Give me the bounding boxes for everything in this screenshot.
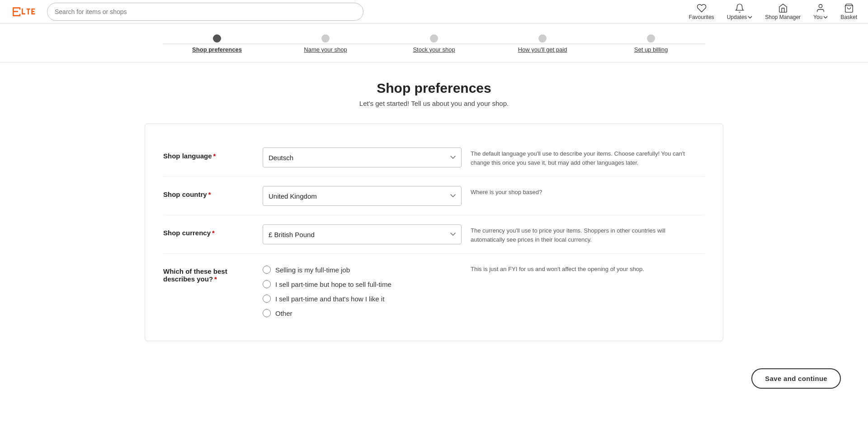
seller-type-option-2[interactable]: I sell part-time but hope to sell full-t…	[263, 280, 462, 288]
nav-shop-manager-label: Shop Manager	[765, 14, 801, 20]
nav-updates[interactable]: Updates	[727, 3, 753, 20]
language-control-col: Deutsch English Français Español Italian…	[263, 148, 462, 167]
nav-you-label: You	[813, 14, 822, 20]
step-circle-2	[321, 34, 330, 43]
seller-type-control-col: Selling is my full-time job I sell part-…	[263, 263, 462, 317]
step-circle-5	[647, 34, 655, 43]
language-select[interactable]: Deutsch English Français Español Italian…	[263, 148, 462, 167]
nav-shop-manager[interactable]: Shop Manager	[765, 3, 801, 20]
nav-right: Favourites Updates Shop Manager You	[689, 3, 857, 20]
search-bar	[47, 3, 363, 21]
nav-favourites-label: Favourites	[689, 14, 714, 20]
page-subtitle: Let's get started! Tell us about you and…	[145, 100, 723, 107]
step-shop-preferences[interactable]: Shop preferences	[163, 34, 271, 53]
step-stock-your-shop[interactable]: Stock your shop	[380, 34, 488, 53]
step-track: Shop preferences Name your shop Stock yo…	[163, 34, 705, 53]
country-label: Shop country*	[163, 190, 211, 198]
seller-type-radio-4[interactable]	[263, 309, 271, 317]
seller-type-option-1[interactable]: Selling is my full-time job	[263, 266, 462, 274]
language-label: Shop language*	[163, 152, 216, 160]
seller-type-radio-group: Selling is my full-time job I sell part-…	[263, 263, 462, 317]
seller-type-option-4[interactable]: Other	[263, 309, 462, 317]
form-row-seller-type: Which of these best describes you?* Sell…	[163, 254, 705, 326]
currency-required: *	[212, 229, 215, 237]
save-continue-button[interactable]: Save and continue	[751, 368, 841, 389]
seller-type-radio-1[interactable]	[263, 266, 271, 274]
step-progress: Shop preferences Name your shop Stock yo…	[0, 24, 868, 62]
top-nav: Favourites Updates Shop Manager You	[0, 0, 868, 24]
etsy-logo[interactable]	[11, 4, 38, 20]
currency-select[interactable]: £ British Pound $ US Dollar € Euro $ Aus…	[263, 224, 462, 244]
step-name-your-shop[interactable]: Name your shop	[271, 34, 380, 53]
step-label-1[interactable]: Shop preferences	[192, 46, 242, 53]
page-title: Shop preferences	[145, 81, 723, 96]
step-circle-3	[430, 34, 438, 43]
country-help: Where is your shop based?	[471, 186, 697, 197]
seller-type-help: This is just an FYI for us and won't aff…	[471, 263, 697, 274]
language-help: The default language you'll use to descr…	[471, 148, 697, 167]
step-circle-1	[213, 34, 221, 43]
seller-type-option-3-label: I sell part-time and that's how I like i…	[275, 295, 384, 303]
step-label-4[interactable]: How you'll get paid	[518, 46, 567, 53]
country-control-col: United Kingdom United States Germany Fra…	[263, 186, 462, 206]
nav-basket-label: Basket	[840, 14, 857, 20]
step-label-5[interactable]: Set up billing	[634, 46, 668, 53]
form-row-language: Shop language* Deutsch English Français …	[163, 138, 705, 177]
form-row-currency: Shop currency* £ British Pound $ US Doll…	[163, 215, 705, 254]
nav-you[interactable]: You	[813, 3, 828, 20]
country-label-col: Shop country*	[163, 186, 254, 198]
currency-label-col: Shop currency*	[163, 224, 254, 237]
nav-basket[interactable]: Basket	[840, 3, 857, 20]
step-label-2[interactable]: Name your shop	[304, 46, 347, 53]
language-required: *	[213, 152, 216, 160]
save-bar: Save and continue	[0, 359, 868, 398]
seller-type-option-2-label: I sell part-time but hope to sell full-t…	[275, 281, 392, 288]
seller-type-option-1-label: Selling is my full-time job	[275, 266, 350, 274]
country-select[interactable]: United Kingdom United States Germany Fra…	[263, 186, 462, 206]
currency-label: Shop currency*	[163, 229, 215, 237]
svg-point-2	[819, 4, 822, 7]
step-set-up-billing[interactable]: Set up billing	[597, 34, 705, 53]
country-required: *	[208, 190, 211, 198]
nav-updates-label: Updates	[727, 14, 747, 20]
step-how-youll-get-paid[interactable]: How you'll get paid	[488, 34, 597, 53]
seller-type-required: *	[214, 275, 217, 283]
step-label-3[interactable]: Stock your shop	[413, 46, 455, 53]
main-content: Shop preferences Let's get started! Tell…	[118, 62, 750, 359]
currency-help: The currency you'll use to price your it…	[471, 224, 697, 244]
seller-type-label-col: Which of these best describes you?*	[163, 263, 254, 283]
form-card: Shop language* Deutsch English Français …	[145, 124, 723, 341]
seller-type-option-3[interactable]: I sell part-time and that's how I like i…	[263, 295, 462, 303]
step-circle-4	[538, 34, 547, 43]
nav-favourites[interactable]: Favourites	[689, 3, 714, 20]
form-row-country: Shop country* United Kingdom United Stat…	[163, 177, 705, 215]
seller-type-radio-2[interactable]	[263, 280, 271, 288]
seller-type-label: Which of these best describes you?*	[163, 267, 227, 283]
seller-type-radio-3[interactable]	[263, 295, 271, 303]
search-input[interactable]	[55, 8, 356, 15]
currency-control-col: £ British Pound $ US Dollar € Euro $ Aus…	[263, 224, 462, 244]
seller-type-option-4-label: Other	[275, 309, 292, 317]
language-label-col: Shop language*	[163, 148, 254, 160]
